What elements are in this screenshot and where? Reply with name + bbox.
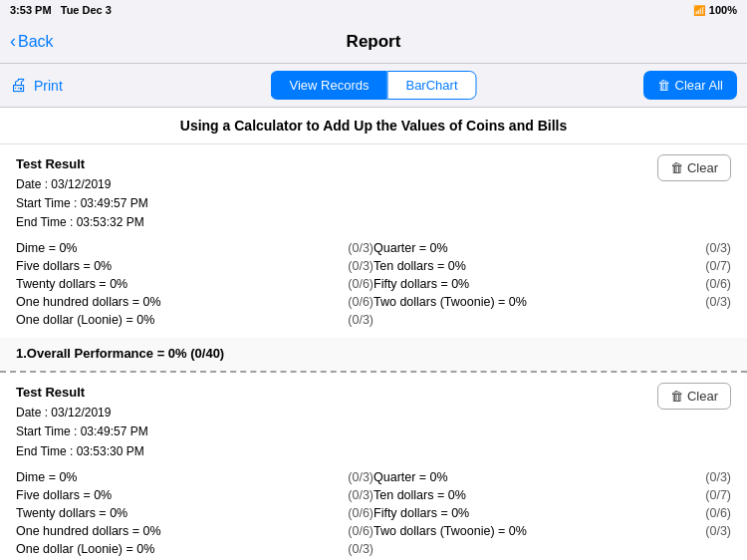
row-4-right: Two dollars (Twoonie) = 0% bbox=[374, 523, 671, 539]
row-3-right: Fifty dollars = 0% bbox=[374, 276, 671, 292]
row-3-left: Twenty dollars = 0% bbox=[16, 505, 314, 521]
report-title: Using a Calculator to Add Up the Values … bbox=[0, 108, 747, 144]
section-1-info: Test Result Date : 03/12/2019 Start Time… bbox=[16, 154, 148, 232]
row-3-right-count: (0/6) bbox=[671, 276, 731, 292]
section-label: Test Result bbox=[16, 383, 148, 404]
section-2-clear-button[interactable]: 🗑Clear bbox=[657, 383, 731, 410]
trash-icon: 🗑 bbox=[670, 160, 683, 175]
row-3-right: Fifty dollars = 0% bbox=[374, 505, 671, 521]
nav-title: Report bbox=[347, 32, 401, 52]
row-2-right-count: (0/7) bbox=[671, 258, 731, 274]
back-button[interactable]: ‹ Back bbox=[10, 31, 54, 52]
row-5-right bbox=[374, 541, 671, 557]
nav-bar: ‹ Back Report bbox=[0, 20, 747, 64]
row-5-right bbox=[374, 312, 671, 328]
section-2-info: Test Result Date : 03/12/2019 Start Time… bbox=[16, 383, 148, 460]
row-2-right: Ten dollars = 0% bbox=[374, 487, 671, 503]
section-end-time: End Time : 03:53:32 PM bbox=[16, 213, 148, 232]
back-label: Back bbox=[18, 33, 54, 51]
row-1-right: Quarter = 0% bbox=[374, 469, 671, 485]
status-time: 3:53 PM Tue Dec 3 bbox=[10, 4, 112, 16]
view-records-button[interactable]: View Records bbox=[271, 71, 387, 100]
print-label: Print bbox=[34, 78, 63, 94]
battery-label: 100% bbox=[709, 4, 737, 16]
section-2: Test Result Date : 03/12/2019 Start Time… bbox=[0, 373, 747, 560]
row-1-left: Dime = 0% bbox=[16, 469, 314, 485]
date-label: Tue Dec 3 bbox=[61, 4, 112, 16]
section-1-header: Test Result Date : 03/12/2019 Start Time… bbox=[0, 144, 747, 238]
section-1-clear-button[interactable]: 🗑Clear bbox=[657, 154, 731, 181]
row-2-left-count: (0/3) bbox=[314, 258, 374, 274]
section-start-time: Start Time : 03:49:57 PM bbox=[16, 194, 148, 213]
row-4-right-count: (0/3) bbox=[671, 294, 731, 310]
row-3-left: Twenty dollars = 0% bbox=[16, 276, 314, 292]
bar-chart-button[interactable]: BarChart bbox=[386, 71, 476, 100]
row-5-left: One dollar (Loonie) = 0% bbox=[16, 541, 314, 557]
segmented-control: View Records BarChart bbox=[271, 71, 477, 100]
row-1-left-count: (0/3) bbox=[314, 240, 374, 256]
row-4-left-count: (0/6) bbox=[314, 523, 374, 539]
section-2-data-grid: Dime = 0%(0/3)Quarter = 0%(0/3)Five doll… bbox=[0, 467, 747, 560]
trash-icon: 🗑 bbox=[670, 389, 683, 404]
status-right: 📶 100% bbox=[693, 4, 737, 16]
row-5-right-count bbox=[671, 312, 731, 328]
row-5-left-count: (0/3) bbox=[314, 541, 374, 557]
row-5-left-count: (0/3) bbox=[314, 312, 374, 328]
toolbar: 🖨 Print View Records BarChart 🗑 Clear Al… bbox=[0, 64, 747, 108]
section-end-time: End Time : 03:53:30 PM bbox=[16, 442, 148, 461]
time-label: 3:53 PM bbox=[10, 4, 52, 16]
row-4-right: Two dollars (Twoonie) = 0% bbox=[374, 294, 671, 310]
print-icon: 🖨 bbox=[10, 75, 28, 96]
row-2-right-count: (0/7) bbox=[671, 487, 731, 503]
row-3-right-count: (0/6) bbox=[671, 505, 731, 521]
section-1-overall: 1.Overall Performance = 0% (0/40) bbox=[0, 338, 747, 371]
row-2-left: Five dollars = 0% bbox=[16, 258, 314, 274]
row-3-left-count: (0/6) bbox=[314, 505, 374, 521]
row-2-right: Ten dollars = 0% bbox=[374, 258, 671, 274]
section-start-time: Start Time : 03:49:57 PM bbox=[16, 422, 148, 441]
clear-all-button[interactable]: 🗑 Clear All bbox=[643, 71, 737, 100]
row-1-right-count: (0/3) bbox=[671, 469, 731, 485]
section-2-header: Test Result Date : 03/12/2019 Start Time… bbox=[0, 373, 747, 466]
print-button[interactable]: 🖨 Print bbox=[10, 75, 63, 96]
section-label: Test Result bbox=[16, 154, 148, 175]
row-5-right-count bbox=[671, 541, 731, 557]
status-bar: 3:53 PM Tue Dec 3 📶 100% bbox=[0, 0, 747, 20]
row-4-left-count: (0/6) bbox=[314, 294, 374, 310]
row-1-left: Dime = 0% bbox=[16, 240, 314, 256]
clear-label: Clear bbox=[687, 389, 718, 404]
row-3-left-count: (0/6) bbox=[314, 276, 374, 292]
row-1-left-count: (0/3) bbox=[314, 469, 374, 485]
section-date: Date : 03/12/2019 bbox=[16, 175, 148, 194]
section-date: Date : 03/12/2019 bbox=[16, 404, 148, 422]
trash-icon: 🗑 bbox=[657, 78, 670, 93]
row-4-left: One hundred dollars = 0% bbox=[16, 294, 314, 310]
clear-all-label: Clear All bbox=[675, 78, 723, 93]
row-1-right-count: (0/3) bbox=[671, 240, 731, 256]
row-2-left-count: (0/3) bbox=[314, 487, 374, 503]
row-4-right-count: (0/3) bbox=[671, 523, 731, 539]
section-1-data-grid: Dime = 0%(0/3)Quarter = 0%(0/3)Five doll… bbox=[0, 238, 747, 338]
wifi-icon: 📶 bbox=[693, 5, 705, 16]
back-chevron-icon: ‹ bbox=[10, 31, 16, 52]
row-1-right: Quarter = 0% bbox=[374, 240, 671, 256]
clear-label: Clear bbox=[687, 160, 718, 175]
content-area: Using a Calculator to Add Up the Values … bbox=[0, 108, 747, 560]
row-5-left: One dollar (Loonie) = 0% bbox=[16, 312, 314, 328]
section-1: Test Result Date : 03/12/2019 Start Time… bbox=[0, 144, 747, 373]
row-2-left: Five dollars = 0% bbox=[16, 487, 314, 503]
row-4-left: One hundred dollars = 0% bbox=[16, 523, 314, 539]
